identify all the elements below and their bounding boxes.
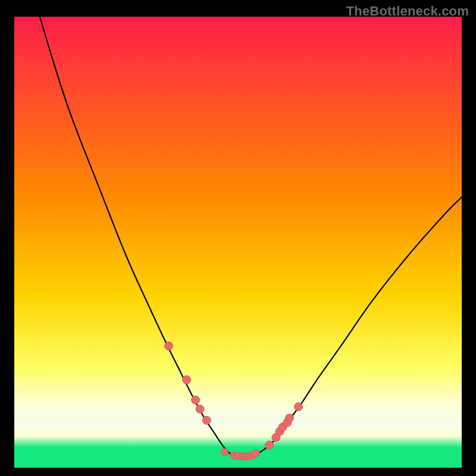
gradient-background xyxy=(14,17,462,468)
bottleneck-plot xyxy=(14,17,462,468)
highlight-dot xyxy=(252,450,259,457)
highlight-dot xyxy=(164,342,173,350)
highlight-dot xyxy=(202,416,211,424)
watermark-text: TheBottleneck.com xyxy=(346,4,469,19)
highlight-dot xyxy=(192,396,200,404)
highlight-dot xyxy=(221,448,228,455)
chart-container: TheBottleneck.com xyxy=(0,0,476,476)
highlight-dot xyxy=(265,441,274,449)
highlight-dot xyxy=(183,375,191,384)
highlight-dot xyxy=(295,403,303,411)
highlight-dot xyxy=(196,405,204,413)
highlight-dot xyxy=(285,414,293,422)
